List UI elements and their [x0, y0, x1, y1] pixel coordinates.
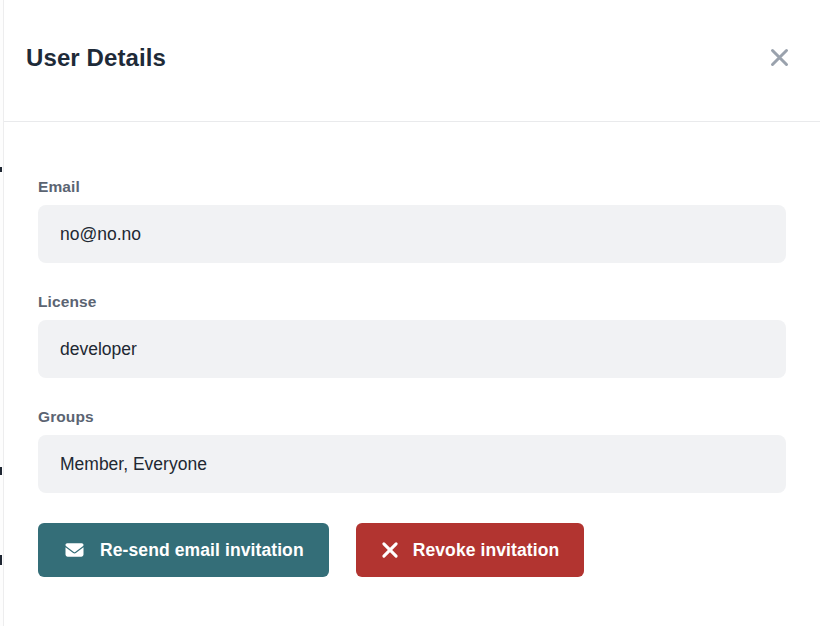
- email-field[interactable]: no@no.no: [38, 205, 786, 263]
- resend-email-invitation-button[interactable]: Re-send email invitation: [38, 523, 329, 577]
- email-label: Email: [38, 178, 786, 196]
- modal-body: Email no@no.no License developer Groups …: [4, 122, 820, 577]
- resend-button-label: Re-send email invitation: [100, 540, 304, 561]
- occluded-background-fragment: [0, 167, 2, 172]
- groups-field[interactable]: Member, Everyone: [38, 435, 786, 493]
- occluded-background-fragment: [0, 467, 2, 475]
- close-button[interactable]: [766, 44, 792, 70]
- occluded-background-fragment: [0, 555, 2, 565]
- groups-field-group: Groups Member, Everyone: [38, 408, 786, 493]
- user-details-modal: User Details Email no@no.no License deve…: [4, 0, 820, 626]
- revoke-button-label: Revoke invitation: [413, 540, 560, 561]
- revoke-invitation-button[interactable]: Revoke invitation: [356, 523, 585, 577]
- license-label: License: [38, 293, 786, 311]
- close-x-icon: [768, 46, 791, 69]
- action-buttons-row: Re-send email invitation Revoke invitati…: [38, 523, 786, 577]
- envelope-icon: [63, 541, 86, 559]
- email-field-group: Email no@no.no: [38, 178, 786, 263]
- license-field[interactable]: developer: [38, 320, 786, 378]
- groups-label: Groups: [38, 408, 786, 426]
- modal-header: User Details: [4, 0, 820, 122]
- modal-title: User Details: [26, 44, 166, 72]
- license-field-group: License developer: [38, 293, 786, 378]
- x-icon: [381, 541, 399, 559]
